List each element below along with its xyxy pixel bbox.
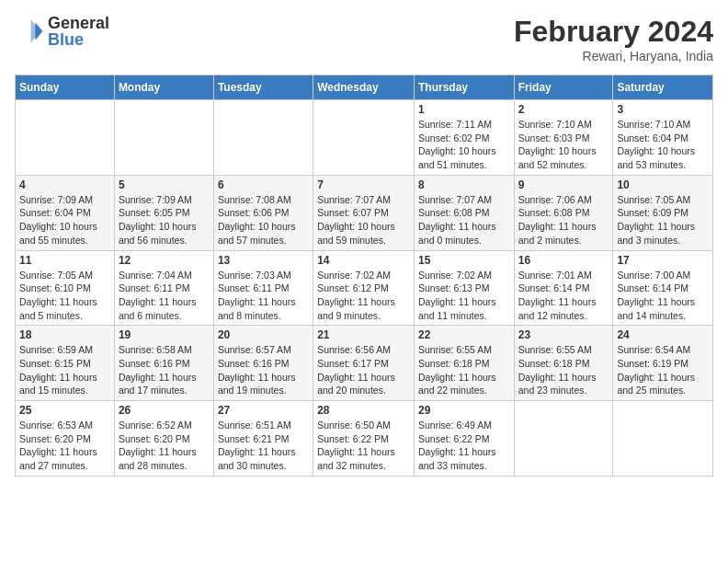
calendar-week-4: 18Sunrise: 6:59 AM Sunset: 6:15 PM Dayli… [16, 326, 713, 401]
calendar-cell: 18Sunrise: 6:59 AM Sunset: 6:15 PM Dayli… [16, 326, 115, 401]
column-header-monday: Monday [114, 75, 213, 100]
day-info: Sunrise: 7:05 AM Sunset: 6:10 PM Dayligh… [19, 269, 110, 323]
calendar-cell: 17Sunrise: 7:00 AM Sunset: 6:14 PM Dayli… [613, 250, 713, 326]
column-header-wednesday: Wednesday [313, 75, 415, 100]
day-number: 23 [518, 328, 609, 341]
calendar-cell: 24Sunrise: 6:54 AM Sunset: 6:19 PM Dayli… [613, 326, 713, 401]
day-number: 22 [418, 328, 510, 341]
calendar-cell: 23Sunrise: 6:55 AM Sunset: 6:18 PM Dayli… [514, 326, 613, 401]
column-header-saturday: Saturday [613, 75, 713, 100]
day-info: Sunrise: 6:59 AM Sunset: 6:15 PM Dayligh… [19, 343, 110, 397]
calendar-cell: 11Sunrise: 7:05 AM Sunset: 6:10 PM Dayli… [16, 250, 115, 326]
day-info: Sunrise: 7:06 AM Sunset: 6:08 PM Dayligh… [518, 193, 609, 247]
day-info: Sunrise: 6:52 AM Sunset: 6:20 PM Dayligh… [119, 419, 210, 473]
calendar-cell: 2Sunrise: 7:10 AM Sunset: 6:03 PM Daylig… [514, 100, 613, 176]
day-info: Sunrise: 6:54 AM Sunset: 6:19 PM Dayligh… [617, 343, 709, 397]
day-info: Sunrise: 7:02 AM Sunset: 6:13 PM Dayligh… [418, 269, 510, 323]
day-number: 18 [19, 328, 110, 341]
day-info: Sunrise: 7:03 AM Sunset: 6:11 PM Dayligh… [218, 269, 309, 323]
calendar-cell: 28Sunrise: 6:50 AM Sunset: 6:22 PM Dayli… [313, 401, 415, 477]
day-number: 2 [518, 103, 609, 116]
calendar-cell: 22Sunrise: 6:55 AM Sunset: 6:18 PM Dayli… [414, 326, 514, 401]
day-info: Sunrise: 6:51 AM Sunset: 6:21 PM Dayligh… [218, 419, 309, 473]
day-info: Sunrise: 6:53 AM Sunset: 6:20 PM Dayligh… [19, 419, 110, 473]
calendar-cell: 1Sunrise: 7:11 AM Sunset: 6:02 PM Daylig… [414, 100, 514, 176]
calendar-cell [16, 100, 115, 176]
day-number: 17 [617, 254, 709, 267]
calendar-cell [213, 100, 313, 176]
column-header-friday: Friday [514, 75, 613, 100]
day-number: 12 [119, 254, 210, 267]
calendar-week-1: 1Sunrise: 7:11 AM Sunset: 6:02 PM Daylig… [16, 100, 713, 176]
day-info: Sunrise: 7:04 AM Sunset: 6:11 PM Dayligh… [119, 269, 210, 323]
calendar-cell [514, 401, 613, 477]
day-number: 7 [317, 178, 410, 191]
calendar-week-2: 4Sunrise: 7:09 AM Sunset: 6:04 PM Daylig… [16, 175, 713, 250]
calendar-cell: 9Sunrise: 7:06 AM Sunset: 6:08 PM Daylig… [514, 175, 613, 250]
day-number: 4 [19, 178, 110, 191]
calendar-header-row: SundayMondayTuesdayWednesdayThursdayFrid… [16, 75, 713, 100]
day-info: Sunrise: 6:49 AM Sunset: 6:22 PM Dayligh… [418, 419, 510, 473]
calendar-cell [613, 401, 713, 477]
calendar-cell [114, 100, 213, 176]
day-info: Sunrise: 7:09 AM Sunset: 6:04 PM Dayligh… [19, 193, 110, 247]
day-number: 16 [518, 254, 609, 267]
day-number: 14 [317, 254, 410, 267]
calendar-cell: 16Sunrise: 7:01 AM Sunset: 6:14 PM Dayli… [514, 250, 613, 326]
calendar-cell: 12Sunrise: 7:04 AM Sunset: 6:11 PM Dayli… [114, 250, 213, 326]
logo-icon [15, 17, 44, 46]
logo-general-text: General [48, 15, 109, 31]
day-info: Sunrise: 7:01 AM Sunset: 6:14 PM Dayligh… [518, 269, 609, 323]
calendar-cell: 29Sunrise: 6:49 AM Sunset: 6:22 PM Dayli… [414, 401, 514, 477]
day-info: Sunrise: 7:02 AM Sunset: 6:12 PM Dayligh… [317, 269, 410, 323]
day-info: Sunrise: 7:11 AM Sunset: 6:02 PM Dayligh… [418, 118, 510, 172]
calendar-cell: 26Sunrise: 6:52 AM Sunset: 6:20 PM Dayli… [114, 401, 213, 477]
day-info: Sunrise: 6:56 AM Sunset: 6:17 PM Dayligh… [317, 343, 410, 397]
column-header-thursday: Thursday [414, 75, 514, 100]
day-number: 9 [518, 178, 609, 191]
day-number: 24 [617, 328, 709, 341]
calendar-cell: 19Sunrise: 6:58 AM Sunset: 6:16 PM Dayli… [114, 326, 213, 401]
day-number: 19 [119, 328, 210, 341]
day-info: Sunrise: 6:50 AM Sunset: 6:22 PM Dayligh… [317, 419, 410, 473]
column-header-sunday: Sunday [16, 75, 115, 100]
calendar-cell: 6Sunrise: 7:08 AM Sunset: 6:06 PM Daylig… [213, 175, 313, 250]
calendar-week-3: 11Sunrise: 7:05 AM Sunset: 6:10 PM Dayli… [16, 250, 713, 326]
calendar-cell: 13Sunrise: 7:03 AM Sunset: 6:11 PM Dayli… [213, 250, 313, 326]
calendar-cell: 10Sunrise: 7:05 AM Sunset: 6:09 PM Dayli… [613, 175, 713, 250]
logo-blue-text: Blue [48, 31, 109, 48]
title-block: February 2024 Rewari, Haryana, India [514, 15, 713, 63]
calendar-cell: 7Sunrise: 7:07 AM Sunset: 6:07 PM Daylig… [313, 175, 415, 250]
month-year: February 2024 [514, 15, 713, 49]
logo: General Blue [15, 15, 109, 48]
day-info: Sunrise: 7:08 AM Sunset: 6:06 PM Dayligh… [218, 193, 309, 247]
calendar-cell: 27Sunrise: 6:51 AM Sunset: 6:21 PM Dayli… [213, 401, 313, 477]
calendar-cell: 8Sunrise: 7:07 AM Sunset: 6:08 PM Daylig… [414, 175, 514, 250]
day-info: Sunrise: 7:05 AM Sunset: 6:09 PM Dayligh… [617, 193, 709, 247]
day-number: 15 [418, 254, 510, 267]
day-info: Sunrise: 7:00 AM Sunset: 6:14 PM Dayligh… [617, 269, 709, 323]
day-info: Sunrise: 6:55 AM Sunset: 6:18 PM Dayligh… [418, 343, 510, 397]
day-number: 21 [317, 328, 410, 341]
page-header: General Blue February 2024 Rewari, Harya… [15, 15, 713, 63]
day-info: Sunrise: 7:09 AM Sunset: 6:05 PM Dayligh… [119, 193, 210, 247]
day-number: 6 [218, 178, 309, 191]
day-number: 26 [119, 404, 210, 417]
calendar-cell: 14Sunrise: 7:02 AM Sunset: 6:12 PM Dayli… [313, 250, 415, 326]
day-info: Sunrise: 6:58 AM Sunset: 6:16 PM Dayligh… [119, 343, 210, 397]
day-number: 29 [418, 404, 510, 417]
calendar-week-5: 25Sunrise: 6:53 AM Sunset: 6:20 PM Dayli… [16, 401, 713, 477]
day-info: Sunrise: 7:07 AM Sunset: 6:08 PM Dayligh… [418, 193, 510, 247]
day-info: Sunrise: 6:55 AM Sunset: 6:18 PM Dayligh… [518, 343, 609, 397]
day-info: Sunrise: 7:10 AM Sunset: 6:03 PM Dayligh… [518, 118, 609, 172]
calendar-cell: 20Sunrise: 6:57 AM Sunset: 6:16 PM Dayli… [213, 326, 313, 401]
day-number: 20 [218, 328, 309, 341]
calendar-table: SundayMondayTuesdayWednesdayThursdayFrid… [15, 75, 713, 477]
day-info: Sunrise: 7:10 AM Sunset: 6:04 PM Dayligh… [617, 118, 709, 172]
day-number: 5 [119, 178, 210, 191]
day-number: 13 [218, 254, 309, 267]
day-number: 8 [418, 178, 510, 191]
calendar-cell: 21Sunrise: 6:56 AM Sunset: 6:17 PM Dayli… [313, 326, 415, 401]
day-number: 25 [19, 404, 110, 417]
location: Rewari, Haryana, India [514, 49, 713, 63]
